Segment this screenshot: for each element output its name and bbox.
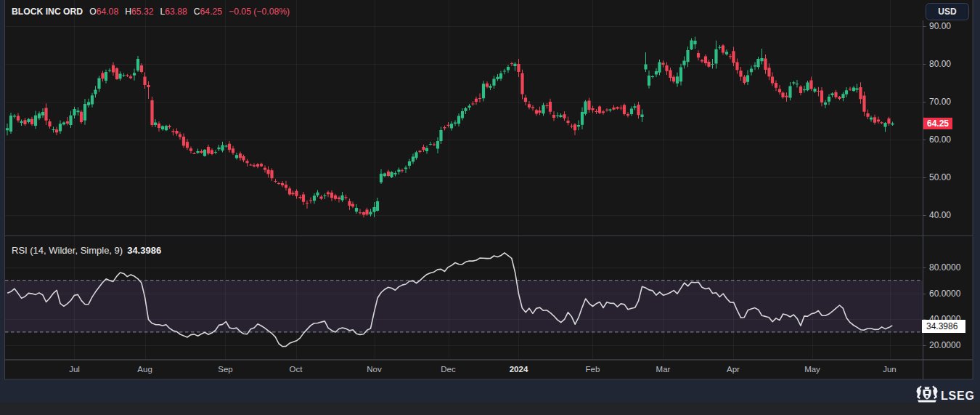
svg-text:64.25: 64.25: [927, 118, 949, 129]
svg-text:Mar: Mar: [656, 365, 671, 374]
svg-text:20.0000: 20.0000: [929, 340, 961, 350]
svg-text:USD: USD: [938, 7, 957, 17]
svg-text:60.0000: 60.0000: [929, 289, 961, 299]
svg-text:50.00: 50.00: [929, 172, 951, 182]
svg-text:LSEG: LSEG: [941, 390, 975, 402]
svg-text:Oct: Oct: [290, 365, 303, 374]
svg-text:Feb: Feb: [586, 365, 600, 374]
svg-text:34.3986: 34.3986: [926, 321, 958, 331]
svg-text:2024: 2024: [510, 365, 528, 374]
svg-text:80.00: 80.00: [929, 59, 951, 69]
svg-text:Apr: Apr: [727, 365, 740, 374]
svg-text:60.00: 60.00: [929, 134, 951, 145]
svg-text:80.0000: 80.0000: [929, 262, 961, 273]
svg-text:Sep: Sep: [218, 365, 232, 374]
svg-text:Dec: Dec: [441, 365, 456, 374]
svg-text:Jul: Jul: [69, 365, 80, 374]
svg-text:RSI (14, Wilder, Simple, 9)34.: RSI (14, Wilder, Simple, 9)34.3986: [12, 245, 161, 256]
svg-text:Aug: Aug: [137, 365, 152, 374]
svg-text:Jun: Jun: [883, 365, 897, 374]
svg-text:BLOCK INC ORDO64.08H65.32L63.8: BLOCK INC ORDO64.08H65.32L63.88C64.25−0.…: [12, 7, 290, 17]
svg-text:90.00: 90.00: [929, 21, 951, 31]
svg-text:40.00: 40.00: [929, 210, 951, 220]
svg-text:May: May: [804, 365, 820, 374]
svg-text:70.00: 70.00: [929, 97, 951, 107]
svg-text:Nov: Nov: [367, 365, 382, 374]
